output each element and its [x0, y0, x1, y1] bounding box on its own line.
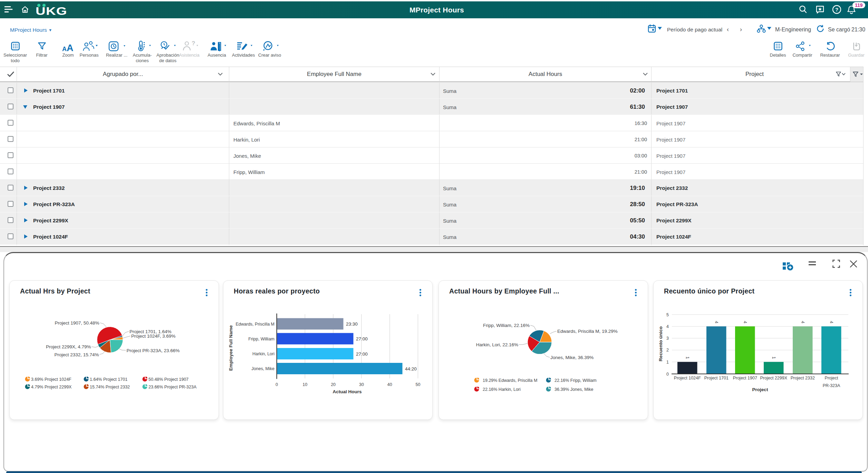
svg-text:3.69% Project 1024F: 3.69% Project 1024F	[31, 377, 71, 382]
svg-text:4.79% Project 2299X: 4.79% Project 2299X	[31, 385, 72, 389]
svg-text:Project 1024F, 3.69%: Project 1024F, 3.69%	[131, 334, 175, 339]
svg-text:Fripp, William: Fripp, William	[248, 337, 274, 341]
svg-text:PR-323A: PR-323A	[823, 383, 840, 388]
svg-text:22.16% Harkin, Lori: 22.16% Harkin, Lori	[483, 387, 521, 392]
svg-text:44:20: 44:20	[405, 366, 417, 371]
svg-text:3: 3	[666, 336, 669, 341]
svg-text:22.16% Fripp, William: 22.16% Fripp, William	[554, 378, 597, 383]
svg-text:1: 1	[666, 360, 669, 365]
svg-text:0: 0	[276, 382, 278, 387]
svg-text:Project 1907, 50.48%: Project 1907, 50.48%	[55, 320, 99, 326]
svg-text:10: 10	[302, 382, 307, 387]
svg-text:Project: Project	[752, 387, 768, 392]
svg-text:27:00: 27:00	[356, 351, 368, 357]
svg-text:15.74% Project 2332: 15.74% Project 2332	[90, 385, 130, 389]
svg-text:Project 1024F: Project 1024F	[674, 376, 701, 380]
svg-text:40: 40	[387, 382, 392, 387]
svg-text:36.39% Jones, Mike: 36.39% Jones, Mike	[554, 387, 594, 392]
svg-text:27:00: 27:00	[356, 336, 368, 341]
svg-text:23:30: 23:30	[346, 321, 358, 327]
svg-text:Harkin, Lori: Harkin, Lori	[252, 351, 274, 356]
svg-text:Project 2299X: Project 2299X	[760, 376, 787, 380]
svg-text:Fripp, William, 22.16%: Fripp, William, 22.16%	[483, 323, 530, 328]
svg-text:Edwards, Priscilla M, 19.29%: Edwards, Priscilla M, 19.29%	[557, 329, 618, 334]
svg-text:Harkin, Lori, 22.16%: Harkin, Lori, 22.16%	[476, 342, 518, 347]
svg-text:4: 4	[743, 321, 748, 323]
svg-text:?: ?	[192, 41, 195, 47]
svg-text:Project 1907: Project 1907	[733, 376, 757, 380]
svg-text:Employee Full Name: Employee Full Name	[228, 325, 233, 371]
svg-text:4: 4	[714, 321, 719, 323]
svg-text:Actual Hours: Actual Hours	[332, 389, 361, 394]
svg-text:1.64% Project 1701: 1.64% Project 1701	[90, 377, 127, 382]
svg-text:5: 5	[666, 312, 669, 317]
svg-text:4: 4	[829, 321, 834, 323]
svg-text:2: 2	[666, 348, 669, 353]
svg-text:4: 4	[800, 321, 806, 323]
svg-text:50.48% Project 1907: 50.48% Project 1907	[148, 377, 189, 382]
svg-text:4: 4	[666, 324, 669, 329]
svg-text:Project 2332, 15.74%: Project 2332, 15.74%	[54, 352, 99, 357]
svg-text:?: ?	[835, 7, 838, 12]
svg-text:30: 30	[359, 382, 364, 387]
svg-text:50: 50	[416, 382, 421, 387]
svg-text:0: 0	[666, 372, 669, 377]
svg-text:Project PR-323A, 23.66%: Project PR-323A, 23.66%	[127, 348, 180, 353]
svg-text:1: 1	[685, 356, 690, 359]
svg-text:Jones, Mike: Jones, Mike	[251, 366, 274, 371]
svg-text:Project 2332: Project 2332	[791, 376, 815, 380]
svg-text:20: 20	[331, 382, 336, 387]
svg-text:Jones, Mike, 36.39%: Jones, Mike, 36.39%	[550, 355, 594, 360]
svg-text:23.66% Project PR-323A: 23.66% Project PR-323A	[148, 385, 197, 389]
svg-text:Edwards, Priscilla M: Edwards, Priscilla M	[235, 322, 274, 327]
svg-text:1: 1	[771, 356, 777, 359]
svg-text:Recuento único: Recuento único	[658, 326, 663, 361]
svg-text:Project 2299X, 4.79%: Project 2299X, 4.79%	[46, 344, 91, 349]
svg-text:19.29% Edwards, Priscilla M: 19.29% Edwards, Priscilla M	[483, 378, 537, 383]
svg-text:Project 1701: Project 1701	[704, 376, 729, 380]
svg-text:Project: Project	[825, 376, 838, 380]
